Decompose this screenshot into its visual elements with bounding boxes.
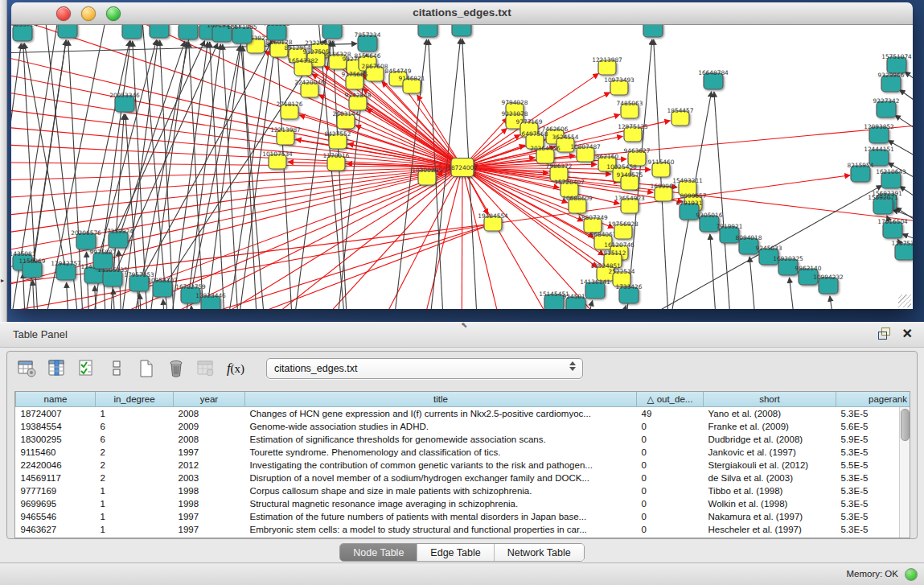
graph-node-teal[interactable]: 1156869: [19, 257, 46, 278]
table-cell[interactable]: 2: [96, 446, 174, 459]
graph-node-yellow[interactable]: 22420046: [294, 79, 325, 97]
delete-column-button[interactable]: [166, 358, 187, 379]
table-row[interactable]: 946554611997Estimation of the future num…: [16, 510, 911, 523]
graph-edge[interactable]: [905, 72, 913, 102]
table-cell[interactable]: 1997: [174, 523, 245, 536]
table-cell[interactable]: 0: [637, 510, 704, 523]
graph-node-yellow[interactable]: 12213987: [270, 126, 301, 145]
table-cell[interactable]: Estimation of significance thresholds fo…: [245, 433, 637, 446]
table-row[interactable]: 2242004622012Investigating the contribut…: [16, 459, 911, 472]
table-cell[interactable]: 9465546: [16, 510, 96, 523]
graph-edge[interactable]: [608, 306, 626, 309]
graph-edge[interactable]: [367, 109, 462, 167]
graph-node-teal[interactable]: 24055724: [11, 25, 38, 41]
graph-node-teal[interactable]: 12093852: [864, 123, 894, 143]
graph-node-yellow[interactable]: 7485063: [617, 100, 643, 118]
graph-node-teal[interactable]: 20206576: [71, 229, 101, 249]
graph-edge[interactable]: [189, 42, 206, 309]
graph-edge[interactable]: [118, 41, 185, 240]
control-panel-collapsed-strip[interactable]: ▸: [0, 0, 7, 322]
graph-node-yellow[interactable]: 2603144: [333, 110, 359, 129]
graph-node-teal[interactable]: 9227342: [873, 97, 900, 117]
table-cell[interactable]: 9115460: [16, 446, 96, 459]
create-column-button[interactable]: [136, 358, 157, 379]
graph-edge[interactable]: [830, 296, 840, 309]
import-table-button[interactable]: [195, 358, 216, 379]
table-cell[interactable]: 1: [96, 407, 174, 421]
table-cell[interactable]: 0: [637, 446, 704, 459]
graph-node-yellow[interactable]: 12213987: [592, 56, 622, 75]
graph-node-teal[interactable]: 8215954: [848, 162, 874, 182]
graph-edge[interactable]: [24, 43, 66, 272]
node-table[interactable]: namein_degreeyeartitle△ out_de...shortpa…: [14, 391, 910, 538]
table-cell[interactable]: 1: [96, 523, 174, 536]
column-header-pagerank[interactable]: pagerank: [836, 392, 911, 407]
table-cell[interactable]: 49: [637, 407, 704, 421]
table-row[interactable]: 1456911722003Disruption of a novel membe…: [16, 472, 911, 484]
table-cell[interactable]: 0: [637, 484, 704, 497]
column-header-short[interactable]: short: [704, 392, 836, 407]
graph-node-teal[interactable]: 16648784: [698, 69, 729, 89]
column-header-title[interactable]: title: [245, 392, 637, 407]
table-cell[interactable]: 18300295: [16, 433, 96, 446]
float-panel-icon[interactable]: [878, 328, 891, 340]
graph-node-teal[interactable]: 10994232: [813, 274, 844, 294]
table-cell[interactable]: Dudbridge et al. (2008): [704, 433, 836, 446]
table-cell[interactable]: Franke et al. (2009): [704, 420, 836, 433]
table-cell[interactable]: 2012: [174, 459, 245, 472]
table-cell[interactable]: 6: [96, 420, 174, 433]
table-cell[interactable]: Investigating the contribution of common…: [245, 459, 637, 472]
network-view-window[interactable]: citations_edges.txt 18724007746382288601…: [11, 2, 913, 308]
graph-edge[interactable]: [67, 282, 71, 309]
table-cell[interactable]: 9699695: [16, 497, 96, 510]
table-row[interactable]: 977716911998Corpus callosum shape and si…: [16, 484, 911, 497]
network-canvas[interactable]: 1872400774638228860128891295423226058932…: [11, 25, 913, 309]
table-cell[interactable]: 2009: [174, 420, 245, 433]
graph-edge[interactable]: [140, 294, 144, 309]
table-row[interactable]: 1830029562008Estimation of significance …: [16, 433, 911, 446]
table-cell[interactable]: Yano et al. (2008): [704, 407, 836, 421]
table-cell[interactable]: 0: [637, 523, 704, 536]
graph-node-teal[interactable]: 7857234: [355, 31, 381, 51]
tab-edge-table[interactable]: Edge Table: [417, 544, 493, 561]
graph-edge[interactable]: [23, 273, 27, 309]
graph-node-teal[interactable]: 1527602: [175, 25, 202, 39]
table-cell[interactable]: 19384554: [16, 420, 96, 433]
table-cell[interactable]: 0: [637, 459, 704, 472]
graph-node-yellow[interactable]: 18724007: [447, 159, 478, 177]
row-compact-button[interactable]: [106, 358, 127, 379]
table-row[interactable]: 1938455462009Genome-wide association stu…: [16, 420, 911, 433]
graph-edge[interactable]: [124, 25, 196, 309]
graph-node-teal[interactable]: 16210643: [876, 168, 906, 188]
graph-edge[interactable]: [790, 278, 799, 309]
table-cell[interactable]: 9463627: [16, 523, 96, 536]
function-builder-button[interactable]: f(x): [225, 358, 246, 379]
table-cell[interactable]: 1997: [174, 446, 245, 459]
graph-node-teal[interactable]: 10958107: [147, 277, 178, 297]
graph-edge[interactable]: [277, 167, 462, 309]
table-cell[interactable]: 22420046: [16, 459, 96, 472]
table-cell[interactable]: 1: [96, 510, 174, 523]
tab-network-table[interactable]: Network Table: [494, 544, 584, 561]
graph-node-teal[interactable]: 17016504: [877, 218, 908, 238]
table-cell[interactable]: 9777169: [16, 484, 96, 497]
table-cell[interactable]: 1997: [174, 510, 245, 523]
table-cell[interactable]: 1998: [174, 497, 245, 510]
graph-edge[interactable]: [277, 43, 294, 309]
graph-edge[interactable]: [895, 115, 913, 147]
graph-edge[interactable]: [180, 44, 220, 309]
table-cell[interactable]: 2003: [174, 472, 245, 484]
graph-node-yellow[interactable]: 18807249: [577, 214, 608, 233]
table-cell[interactable]: Tibbo et al. (1998): [704, 484, 836, 497]
network-graph[interactable]: 1872400774638228860128891295423226058932…: [11, 25, 913, 309]
table-cell[interactable]: 2008: [174, 433, 245, 446]
graph-node-yellow[interactable]: 8427552: [325, 130, 351, 149]
table-cell[interactable]: 1: [96, 497, 174, 510]
graph-node-yellow[interactable]: 9242848: [345, 92, 372, 110]
column-checklist-button[interactable]: [76, 358, 97, 379]
column-header-out-de-[interactable]: △ out_de...: [637, 392, 704, 407]
graph-node-yellow[interactable]: 10973493: [604, 76, 634, 95]
table-row[interactable]: 1872400712008Changes of HCN gene express…: [16, 407, 911, 421]
table-cell[interactable]: Nakamura et al. (1997): [704, 510, 836, 523]
close-panel-icon[interactable]: ✕: [902, 328, 913, 340]
